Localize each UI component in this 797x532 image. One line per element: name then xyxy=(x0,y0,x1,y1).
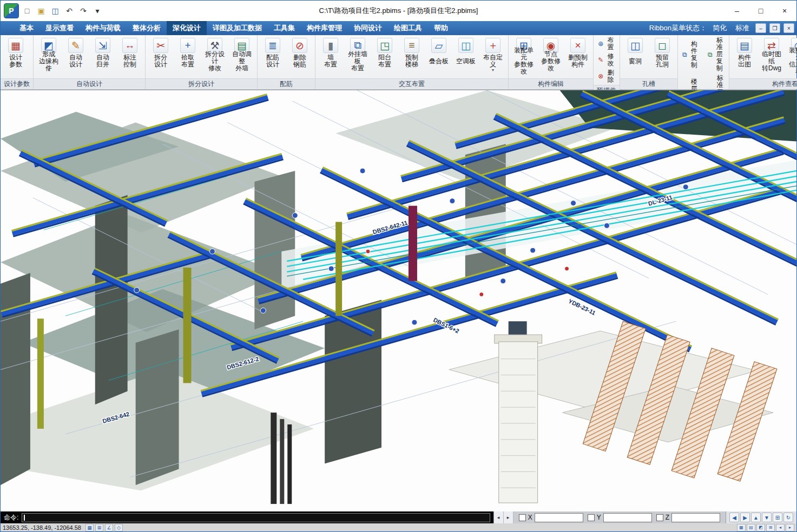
reserved-hole-button[interactable]: ◻预留 孔洞 xyxy=(649,36,676,77)
design-params-button[interactable]: ▦设计 参数 xyxy=(2,36,29,77)
custom-place-button[interactable]: ＋布自定义▾ xyxy=(479,36,506,77)
menu-bar: 基本显示查看构件与荷载整体分析深化设计详图及加工数据工具集构件库管理协同设计绘图… xyxy=(1,21,796,35)
mdi-minimize-button[interactable]: – xyxy=(755,23,766,33)
menu-tab-8[interactable]: 构件库管理 xyxy=(301,21,348,35)
member-drawing-button[interactable]: ▤构件 出图 xyxy=(731,36,758,77)
mdi-close-button[interactable]: × xyxy=(783,23,794,33)
menu-tab-9[interactable]: 协同设计 xyxy=(348,21,388,35)
window-opening-button[interactable]: ◫窗洞 xyxy=(622,36,649,77)
zoom-extents-icon[interactable]: ⊞ xyxy=(773,513,782,522)
axis-z-input[interactable] xyxy=(671,513,720,522)
redo-icon[interactable]: ↷ xyxy=(77,5,89,17)
menu-tab-6[interactable]: 详图及加工数据 xyxy=(207,21,268,35)
view-prev-icon[interactable]: ◂ xyxy=(776,524,785,531)
view-next-icon[interactable]: ▸ xyxy=(786,524,794,531)
axis-y-input[interactable] xyxy=(603,513,652,522)
button-label: 布自定义 xyxy=(482,54,504,68)
command-input[interactable] xyxy=(22,513,490,522)
composite-slab-button[interactable]: ▱叠合板 xyxy=(425,36,452,77)
menu-tab-11[interactable]: 帮助 xyxy=(428,21,454,35)
member-copy-button[interactable]: ⧉构件复制 xyxy=(680,36,702,72)
snap-toggle-icon[interactable]: ▦ xyxy=(85,524,94,531)
view-fit-icon[interactable]: ⊞ xyxy=(766,524,775,531)
pan-up-icon[interactable]: ▲ xyxy=(751,513,761,522)
pan-right-icon[interactable]: ▶ xyxy=(740,513,750,522)
open-file-icon[interactable]: ▣ xyxy=(35,5,47,17)
axis-x-input[interactable] xyxy=(535,513,583,522)
close-button[interactable]: × xyxy=(773,3,796,19)
pan-down-icon[interactable]: ▼ xyxy=(762,513,772,522)
design-params-icon: ▦ xyxy=(8,38,23,53)
embed-place-button[interactable]: ⊕布置 xyxy=(595,36,618,51)
quick-access-options-icon[interactable]: ▾ xyxy=(91,5,103,17)
scroll-right-button[interactable]: ▸ xyxy=(504,511,513,523)
wall-place-icon: ▮ xyxy=(323,38,338,53)
delete-rebar-button[interactable]: ⊘删除 钢筋 xyxy=(286,36,313,77)
split-design-icon: ✂ xyxy=(153,38,168,53)
pan-left-icon[interactable]: ◀ xyxy=(729,513,739,522)
node-param-modify-button[interactable]: ◉节点 参数修改 xyxy=(537,36,564,77)
undo-icon[interactable]: ↶ xyxy=(63,5,75,17)
menu-tab-3[interactable]: 构件与荷载 xyxy=(80,21,127,35)
auto-merge-button[interactable]: ⇲自动 归并 xyxy=(89,36,116,77)
view-nav-buttons: ◀ ▶ ▲ ▼ ⊞ ↻ xyxy=(726,511,796,523)
dropdown-caret-icon: ▾ xyxy=(492,68,494,72)
axis-z-checkbox[interactable] xyxy=(656,514,663,521)
form-edge-member-button[interactable]: ◩形成 边缘构件▾ xyxy=(35,36,62,77)
cladding-panel-place-button[interactable]: ⧉外挂墙板 布置 xyxy=(344,36,371,77)
view-front-icon[interactable]: ▤ xyxy=(747,524,755,531)
rotate-view-icon[interactable]: ↻ xyxy=(783,513,793,522)
ribbon-state-simple[interactable]: 简化 xyxy=(710,23,729,34)
menu-tab-5[interactable]: 深化设计 xyxy=(167,21,207,35)
ribbon-group-1: ▦设计 参数设计参数 xyxy=(1,35,34,89)
button-label: 修改 xyxy=(606,53,615,67)
ribbon-group-5: ▮墙 布置⧉外挂墙板 布置◳阳台 布置≡预制 楼梯▱叠合板◫空调板＋布自定义▾交… xyxy=(315,35,509,89)
save-icon[interactable]: ◫ xyxy=(49,5,61,17)
menu-tab-10[interactable]: 绘图工具 xyxy=(388,21,428,35)
grid-toggle-icon[interactable]: ⊞ xyxy=(95,524,103,531)
scroll-left-button[interactable]: ◂ xyxy=(494,511,504,523)
auto-design-button[interactable]: ✎自动 设计 xyxy=(62,36,89,77)
custom-place-icon: ＋ xyxy=(485,38,500,53)
temp-drawing-to-dwg-button[interactable]: ⇄临时图纸 转Dwg xyxy=(758,36,785,77)
maximize-button[interactable]: □ xyxy=(749,3,773,19)
ribbon-group-label: 拆分设计 xyxy=(146,78,257,89)
embed-modify-button[interactable]: ✎修改 xyxy=(595,52,618,68)
axis-y-checkbox[interactable] xyxy=(588,514,595,521)
menu-tab-7[interactable]: 工具集 xyxy=(268,21,301,35)
assembly-unit-param-modify-button[interactable]: ⊞装配单元 参数修改 xyxy=(510,36,537,77)
new-file-icon[interactable]: □ xyxy=(21,5,33,17)
mdi-restore-button[interactable]: ❐ xyxy=(769,23,780,33)
button-label: 空调板 xyxy=(456,54,476,68)
split-design-button[interactable]: ✂拆分 设计 xyxy=(147,36,174,77)
osnap-toggle-icon[interactable]: ◇ xyxy=(115,524,123,531)
ortho-toggle-icon[interactable]: ∠ xyxy=(105,524,113,531)
rebar-design-button[interactable]: ≣配筋 设计 xyxy=(259,36,286,77)
member-drawing-icon: ▤ xyxy=(737,38,752,53)
embed-delete-button[interactable]: ⊗删除 xyxy=(595,69,618,84)
pick-place-button[interactable]: +拾取 布置 xyxy=(174,36,201,77)
menu-tab-4[interactable]: 整体分析 xyxy=(127,21,167,35)
view-iso-icon[interactable]: ◩ xyxy=(756,524,765,531)
view-top-icon[interactable]: ▦ xyxy=(737,524,746,531)
delete-precast-member-button[interactable]: ×删预制 构件 xyxy=(564,36,591,77)
standard-floor-copy-button[interactable]: ⧉标准层复制 xyxy=(705,36,727,72)
menu-tab-2[interactable]: 显示查看 xyxy=(39,21,80,35)
ac-slab-button[interactable]: ◫空调板 xyxy=(452,36,479,77)
menu-tab-1[interactable]: 基本 xyxy=(14,21,39,35)
balcony-place-button[interactable]: ◳阳台 布置 xyxy=(371,36,398,77)
ribbon-state-switch: Ribbon菜单状态： 简化 标准 – ❐ × xyxy=(649,21,796,35)
assembly-unit-info-button[interactable]: ◎装配单元 信息查看 xyxy=(785,36,797,77)
auto-adjust-exterior-wall-button[interactable]: ▤自动调整 外墙 xyxy=(228,36,255,77)
split-design-modify-button[interactable]: ⚒拆分设计 修改 xyxy=(201,36,228,77)
ribbon-state-standard[interactable]: 标准 xyxy=(733,23,752,34)
viewport[interactable]: DBS2-642-11 DBS1-6+2 DBS2-612-2 YDB-23-1… xyxy=(1,90,796,511)
ribbon-group-label: 构件编辑 xyxy=(509,78,593,89)
viewport-3d-model: DBS2-642-11 DBS1-6+2 DBS2-612-2 YDB-23-1… xyxy=(1,90,796,511)
dimension-control-button[interactable]: ↔标注 控制 xyxy=(116,36,143,77)
wall-place-button[interactable]: ▮墙 布置 xyxy=(317,36,344,77)
minimize-button[interactable]: – xyxy=(725,3,749,19)
precast-stair-button[interactable]: ≡预制 楼梯 xyxy=(398,36,425,77)
delete-rebar-icon: ⊘ xyxy=(292,38,307,53)
axis-x-checkbox[interactable] xyxy=(519,514,526,521)
